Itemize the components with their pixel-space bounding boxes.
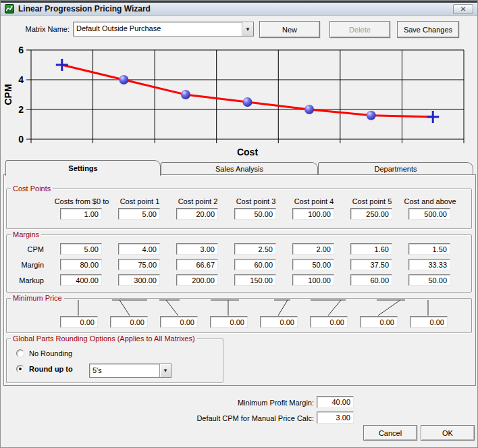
minimum-price-title: Minimum Price (11, 294, 64, 302)
no-rounding-option[interactable]: No Rounding (16, 349, 72, 357)
min-profit-margin-label: Minimum Profit Margin: (169, 399, 314, 407)
minimum-price-field-5[interactable] (310, 316, 348, 328)
markup-field-4[interactable] (292, 274, 334, 286)
cpm-cost-chart: 0246CPMCost (1, 43, 478, 159)
markup-field-5[interactable] (350, 274, 392, 286)
rounding-options-title: Global Parts Rounding Options (Applies t… (11, 334, 197, 343)
cancel-button[interactable]: Cancel (363, 425, 417, 441)
no-rounding-label: No Rounding (29, 349, 72, 357)
save-changes-button[interactable]: Save Changes (397, 21, 459, 38)
cost-point-field-6[interactable] (408, 208, 450, 220)
row-label-cpm: CPM (7, 245, 44, 253)
round-up-value: 5's (90, 364, 159, 377)
margin-field-3[interactable] (234, 259, 276, 270)
cost-header: Costs from $0 to (53, 197, 111, 205)
default-cpm-label: Default CPM for Manual Price Calc: (169, 414, 314, 422)
matrix-name-label: Matrix Name: (20, 25, 70, 33)
combobox-dropdown-button[interactable]: ▼ (159, 364, 171, 377)
cost-header: Cost point 4 (285, 197, 343, 205)
minimum-price-field-2[interactable] (160, 316, 198, 328)
tab-departments[interactable]: Departments (318, 162, 473, 174)
title-bar[interactable]: Linear Progression Pricing Wizard ✕ (1, 3, 478, 16)
row-label-markup: Markup (7, 276, 44, 284)
round-up-combobox[interactable]: 5's ▼ (89, 364, 171, 378)
margin-field-6[interactable] (408, 259, 450, 270)
margin-field-4[interactable] (292, 259, 334, 270)
margins-title: Margins (11, 230, 41, 239)
min-profit-margin-input[interactable] (317, 396, 354, 408)
cost-point-field-1[interactable] (118, 208, 160, 220)
tab-settings[interactable]: Settings (5, 160, 161, 176)
svg-text:6: 6 (18, 45, 24, 55)
markup-field-6[interactable] (408, 274, 450, 286)
markup-field-3[interactable] (234, 274, 276, 286)
chart-icon (6, 5, 13, 12)
markup-field-2[interactable] (176, 274, 218, 286)
svg-text:Cost: Cost (237, 147, 258, 157)
cost-point-field-2[interactable] (176, 208, 218, 220)
round-up-label: Round up to (29, 365, 73, 373)
tab-sales-analysis[interactable]: Sales Analysis (161, 162, 318, 174)
window-title: Linear Progression Pricing Wizard (18, 4, 151, 14)
cost-header: Cost point 2 (169, 197, 227, 205)
cost-header: Cost and above (401, 197, 459, 205)
chevron-down-icon: ▼ (245, 26, 250, 32)
minimum-price-field-7[interactable] (410, 316, 448, 328)
cost-header: Cost point 3 (227, 197, 285, 205)
radio-icon[interactable] (16, 349, 24, 357)
app-icon (5, 4, 14, 14)
chevron-down-icon: ▼ (163, 368, 168, 374)
minimum-price-group: Minimum Price (6, 298, 472, 333)
svg-text:2: 2 (18, 104, 24, 115)
cpm-field-3[interactable] (234, 243, 276, 255)
margin-field-5[interactable] (350, 259, 392, 270)
margins-group: Margins CPM Margin (6, 234, 472, 293)
markup-field-0[interactable] (60, 274, 102, 286)
close-icon: ✕ (460, 5, 466, 13)
svg-text:CPM: CPM (3, 84, 14, 105)
minimum-price-field-3[interactable] (210, 316, 248, 328)
row-label-margin: Margin (7, 261, 44, 269)
margin-field-1[interactable] (118, 259, 160, 270)
minimum-price-field-4[interactable] (260, 316, 298, 328)
cost-point-field-3[interactable] (234, 208, 276, 220)
default-cpm-input[interactable] (317, 412, 354, 424)
cost-point-field-5[interactable] (350, 208, 392, 220)
cost-point-field-4[interactable] (292, 208, 334, 220)
dialog-window: Linear Progression Pricing Wizard ✕ Matr… (0, 0, 478, 448)
new-button[interactable]: New (259, 21, 320, 38)
cpm-field-4[interactable] (292, 243, 334, 255)
cpm-field-6[interactable] (408, 243, 450, 255)
cpm-field-5[interactable] (350, 243, 392, 255)
svg-text:0: 0 (18, 134, 24, 145)
minimum-price-field-0[interactable] (60, 316, 98, 328)
cost-points-title: Cost Points (11, 184, 53, 193)
round-up-option[interactable]: Round up to (16, 365, 73, 373)
cost-header: Cost point 1 (111, 197, 169, 205)
cost-point-field-0[interactable] (60, 208, 102, 220)
close-button[interactable]: ✕ (453, 4, 473, 14)
matrix-name-combobox[interactable]: Default Outside Purchase ▼ (73, 22, 254, 36)
minimum-price-connector-lines (7, 299, 471, 316)
delete-button: Delete (329, 21, 390, 38)
cpm-field-2[interactable] (176, 243, 218, 255)
combobox-dropdown-button[interactable]: ▼ (242, 22, 253, 36)
markup-field-1[interactable] (118, 274, 160, 286)
cpm-field-1[interactable] (118, 243, 160, 255)
matrix-name-value: Default Outside Purchase (74, 22, 242, 36)
cost-points-group: Cost Points Costs from $0 to Cost point … (6, 189, 472, 229)
margin-field-0[interactable] (60, 259, 102, 270)
radio-selected-icon[interactable] (16, 365, 24, 373)
cost-header: Cost point 5 (343, 197, 401, 205)
minimum-price-field-6[interactable] (360, 316, 398, 328)
minimum-price-field-1[interactable] (110, 316, 148, 328)
ok-button[interactable]: OK (421, 425, 475, 441)
svg-text:4: 4 (18, 74, 24, 85)
margin-field-2[interactable] (176, 259, 218, 270)
rounding-options-group: Global Parts Rounding Options (Applies t… (6, 339, 223, 383)
cpm-field-0[interactable] (60, 243, 102, 255)
